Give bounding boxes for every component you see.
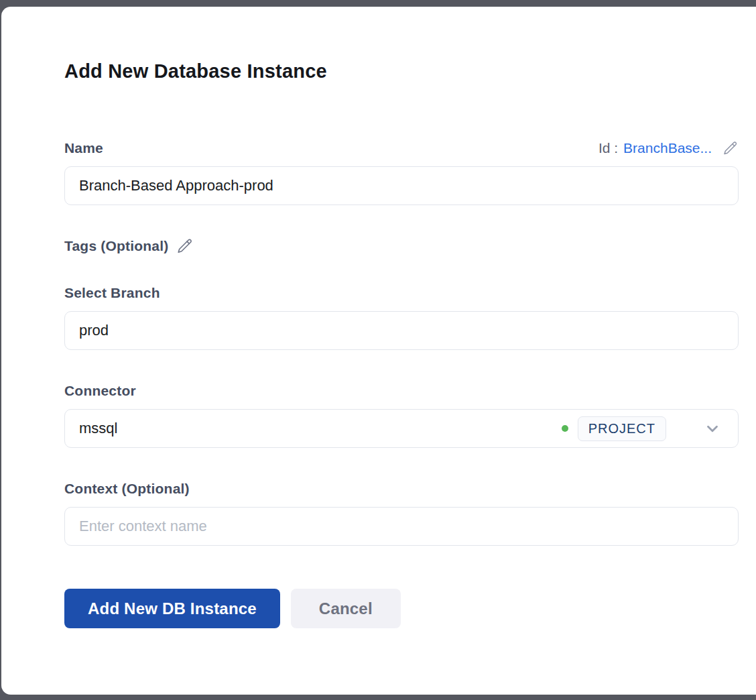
id-label: Id :	[598, 140, 618, 156]
instance-id-group: Id : BranchBase...	[598, 140, 739, 156]
branch-label: Select Branch	[64, 285, 160, 300]
cancel-button[interactable]: Cancel	[291, 589, 401, 628]
chevron-down-icon[interactable]	[704, 420, 721, 437]
add-db-instance-button[interactable]: Add New DB Instance	[64, 589, 280, 628]
name-input[interactable]	[64, 166, 739, 205]
name-label: Name	[64, 139, 103, 157]
connector-select[interactable]: mssql PROJECT	[64, 409, 739, 448]
branch-input[interactable]	[64, 311, 739, 350]
branch-field-block: Select Branch	[64, 284, 739, 350]
connector-field-block: Connector mssql PROJECT	[64, 382, 739, 448]
edit-tags-pencil-icon[interactable]	[176, 237, 194, 255]
tags-label: Tags (Optional)	[64, 237, 168, 255]
action-buttons: Add New DB Instance Cancel	[64, 589, 756, 628]
edit-id-pencil-icon[interactable]	[722, 140, 739, 156]
connector-label: Connector	[64, 383, 136, 398]
add-db-instance-dialog: Add New Database Instance Name Id : Bran…	[1, 7, 756, 695]
green-status-dot-icon	[562, 425, 568, 432]
context-field-block: Context (Optional)	[64, 480, 739, 546]
scope-badge: PROJECT	[578, 416, 666, 441]
instance-id-link[interactable]: BranchBase...	[623, 140, 712, 156]
dialog-title: Add New Database Instance	[64, 7, 756, 83]
context-input[interactable]	[64, 507, 739, 546]
tags-row: Tags (Optional)	[64, 237, 756, 255]
context-label: Context (Optional)	[64, 481, 190, 496]
connector-value: mssql	[79, 420, 562, 437]
name-field-block: Name Id : BranchBase...	[64, 139, 739, 205]
